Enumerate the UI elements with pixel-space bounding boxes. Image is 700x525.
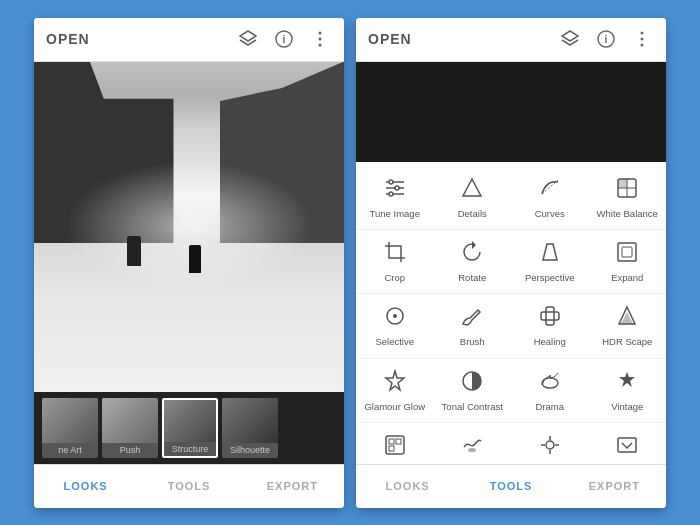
tools-preview [356, 62, 666, 162]
tool-glamour-glow[interactable]: Glamour Glow [356, 359, 434, 423]
tools-panel: Tune Image Details Curves [356, 162, 666, 464]
svg-marker-23 [543, 244, 557, 260]
svg-point-17 [389, 192, 393, 196]
svg-rect-29 [541, 312, 559, 320]
layers-icon[interactable] [236, 27, 260, 51]
svg-point-16 [395, 186, 399, 190]
tools-grid: Tune Image Details Curves [356, 162, 666, 464]
tool-curves[interactable]: Curves [511, 166, 589, 230]
layers-icon-right[interactable] [558, 27, 582, 51]
svg-marker-22 [472, 241, 476, 249]
right-title: OPEN [368, 31, 558, 47]
right-top-bar: OPEN i [356, 18, 666, 62]
photo-area [34, 62, 344, 392]
bw-photo [34, 62, 344, 392]
svg-point-10 [641, 38, 644, 41]
svg-point-34 [542, 378, 558, 388]
tool-rotate[interactable]: Rotate [434, 230, 512, 294]
tool-perspective[interactable]: Perspective [511, 230, 589, 294]
thumb-0[interactable]: ne Art [42, 398, 98, 458]
tool-drama[interactable]: Drama [511, 359, 589, 423]
extra-2-icon [460, 433, 484, 461]
tool-hdr-scape[interactable]: HDR Scape [589, 294, 667, 358]
right-top-icons: i [558, 27, 654, 51]
left-top-bar: OPEN i [34, 18, 344, 62]
filmstrip: ne Art Push Structure Silhouette [34, 392, 344, 464]
tool-extra-3[interactable] [511, 423, 589, 463]
svg-point-9 [641, 32, 644, 35]
white-balance-icon [615, 176, 639, 204]
svg-point-11 [641, 44, 644, 47]
right-nav-export[interactable]: EXPORT [563, 468, 666, 504]
tool-white-balance[interactable]: White Balance [589, 166, 667, 230]
svg-rect-28 [546, 307, 554, 325]
more-icon-right[interactable] [630, 27, 654, 51]
left-nav-export[interactable]: EXPORT [241, 468, 344, 504]
extra-3-icon [538, 433, 562, 461]
right-bottom-nav: LOOKS TOOLS EXPORT [356, 464, 666, 508]
left-title: OPEN [46, 31, 236, 47]
left-nav-looks[interactable]: LOOKS [34, 468, 137, 504]
tool-extra-2[interactable] [434, 423, 512, 463]
drama-label: Drama [535, 401, 564, 412]
svg-point-15 [389, 180, 393, 184]
expand-label: Expand [611, 272, 643, 283]
more-icon[interactable] [308, 27, 332, 51]
tool-extra-4[interactable] [589, 423, 667, 463]
svg-rect-39 [396, 439, 401, 444]
hdr-scape-label: HDR Scape [602, 336, 652, 347]
perspective-label: Perspective [525, 272, 575, 283]
tool-crop[interactable]: Crop [356, 230, 434, 294]
svg-marker-18 [463, 179, 481, 196]
svg-marker-6 [562, 31, 578, 41]
info-icon-right[interactable]: i [594, 27, 618, 51]
left-panel: OPEN i [34, 18, 344, 508]
svg-point-42 [546, 441, 554, 449]
brush-icon [460, 304, 484, 332]
rotate-icon [460, 240, 484, 268]
perspective-icon [538, 240, 562, 268]
svg-point-5 [319, 44, 322, 47]
right-nav-looks[interactable]: LOOKS [356, 468, 459, 504]
tonal-contrast-icon [460, 369, 484, 397]
svg-text:i: i [605, 34, 608, 45]
left-bottom-nav: LOOKS TOOLS EXPORT [34, 464, 344, 508]
left-top-icons: i [236, 27, 332, 51]
hdr-scape-icon [615, 304, 639, 332]
info-icon[interactable]: i [272, 27, 296, 51]
vintage-icon [615, 369, 639, 397]
tool-extra-1[interactable] [356, 423, 434, 463]
tool-vintage[interactable]: Vintage [589, 359, 667, 423]
extra-4-icon [615, 433, 639, 461]
tool-tonal-contrast[interactable]: Tonal Contrast [434, 359, 512, 423]
glamour-glow-icon [383, 369, 407, 397]
expand-icon [615, 240, 639, 268]
tool-details[interactable]: Details [434, 166, 512, 230]
svg-rect-40 [389, 446, 394, 451]
tool-tune-image[interactable]: Tune Image [356, 166, 434, 230]
thumb-3[interactable]: Silhouette [222, 398, 278, 458]
tool-healing[interactable]: Healing [511, 294, 589, 358]
tool-selective[interactable]: Selective [356, 294, 434, 358]
svg-rect-38 [389, 439, 394, 444]
left-nav-tools[interactable]: TOOLS [137, 468, 240, 504]
svg-rect-21 [618, 179, 627, 188]
right-panel: OPEN i [356, 18, 666, 508]
svg-rect-24 [618, 243, 636, 261]
svg-marker-0 [240, 31, 256, 41]
svg-point-27 [393, 314, 397, 318]
right-nav-tools[interactable]: TOOLS [459, 468, 562, 504]
svg-rect-47 [618, 438, 636, 452]
thumb-2[interactable]: Structure [162, 398, 218, 458]
svg-rect-25 [622, 247, 632, 257]
thumb-1[interactable]: Push [102, 398, 158, 458]
crop-icon [383, 240, 407, 268]
svg-point-4 [319, 38, 322, 41]
tool-brush[interactable]: Brush [434, 294, 512, 358]
details-label: Details [458, 208, 487, 219]
curves-icon [538, 176, 562, 204]
healing-icon [538, 304, 562, 332]
tool-expand[interactable]: Expand [589, 230, 667, 294]
selective-icon [383, 304, 407, 332]
svg-point-41 [468, 448, 476, 452]
